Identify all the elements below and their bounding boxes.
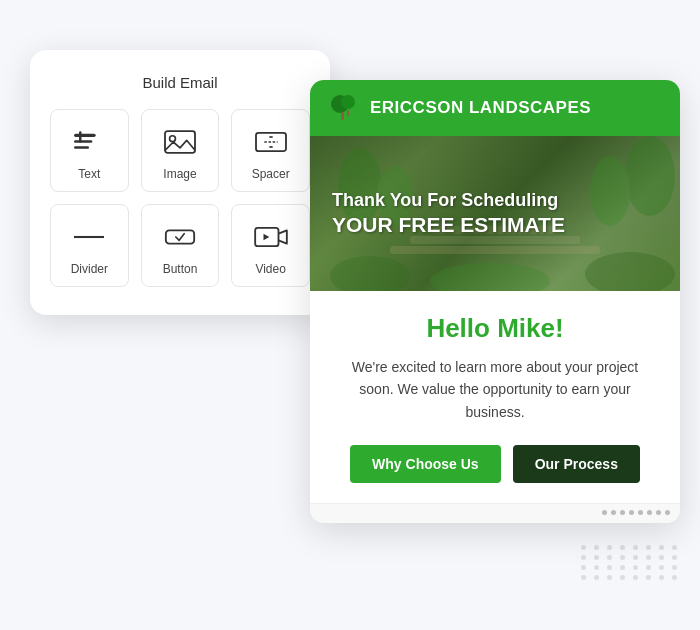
dec-dot (607, 545, 612, 550)
dec-dot (607, 565, 612, 570)
builder-item-video[interactable]: Video (231, 204, 310, 287)
builder-item-text[interactable]: Text (50, 109, 129, 192)
hero-text: Thank You For Scheduling YOUR FREE ESTIM… (310, 136, 680, 291)
image-label: Image (163, 167, 196, 181)
email-header: ERICCSON LANDSCAPES (310, 80, 680, 136)
dec-dot (672, 575, 677, 580)
email-greeting: Hello Mike! (338, 313, 652, 344)
dec-dot (581, 565, 586, 570)
svg-rect-11 (166, 230, 194, 243)
dec-dot (659, 565, 664, 570)
video-label: Video (255, 262, 285, 276)
email-body: Hello Mike! We're excited to learn more … (310, 291, 680, 503)
builder-item-button[interactable]: Button (141, 204, 220, 287)
email-preview-card: ERICCSON LANDSCAPES (310, 80, 680, 523)
button-label: Button (163, 262, 198, 276)
dots-decoration (581, 545, 680, 580)
svg-rect-17 (347, 110, 349, 116)
svg-rect-1 (74, 140, 92, 143)
svg-rect-0 (74, 134, 96, 137)
svg-point-5 (170, 136, 176, 142)
our-process-button[interactable]: Our Process (513, 445, 640, 483)
scene: Build Email Text (10, 20, 690, 610)
company-name: ERICCSON LANDSCAPES (370, 98, 591, 118)
dec-dot (620, 565, 625, 570)
dec-dot (672, 545, 677, 550)
image-icon (158, 124, 202, 160)
dec-dot (646, 545, 651, 550)
dec-dot (581, 555, 586, 560)
card-footer-dots (310, 503, 680, 523)
dec-dot (594, 555, 599, 560)
divider-icon (67, 219, 111, 255)
dec-dot (594, 575, 599, 580)
builder-grid: Text Image (50, 109, 310, 287)
spacer-icon (249, 124, 293, 160)
dec-dot (672, 555, 677, 560)
builder-item-divider[interactable]: Divider (50, 204, 129, 287)
video-icon (249, 219, 293, 255)
builder-title: Build Email (50, 74, 310, 91)
tree-icon (328, 92, 360, 124)
builder-card: Build Email Text (30, 50, 330, 315)
button-icon (158, 219, 202, 255)
hero-line2: YOUR FREE ESTIMATE (332, 212, 565, 237)
dec-dot (659, 555, 664, 560)
dec-dot (633, 575, 638, 580)
hero-line1: Thank You For Scheduling (332, 190, 558, 212)
divider-label: Divider (71, 262, 108, 276)
dec-dot (659, 545, 664, 550)
dec-dot (607, 555, 612, 560)
dec-dot (646, 575, 651, 580)
svg-rect-4 (165, 131, 195, 153)
dec-dot (633, 545, 638, 550)
why-choose-us-button[interactable]: Why Choose Us (350, 445, 501, 483)
dec-dot (633, 555, 638, 560)
svg-rect-2 (74, 146, 89, 149)
svg-marker-13 (263, 234, 269, 241)
dec-dot (620, 555, 625, 560)
dec-dot (594, 565, 599, 570)
text-icon (67, 124, 111, 160)
svg-rect-3 (79, 131, 82, 143)
builder-item-image[interactable]: Image (141, 109, 220, 192)
svg-point-15 (341, 95, 355, 109)
dec-dot (607, 575, 612, 580)
dot-5 (638, 510, 643, 515)
email-body-text: We're excited to learn more about your p… (338, 356, 652, 423)
email-hero: Thank You For Scheduling YOUR FREE ESTIM… (310, 136, 680, 291)
dec-dot (659, 575, 664, 580)
dec-dot (581, 575, 586, 580)
dec-dot (620, 545, 625, 550)
svg-rect-16 (341, 112, 344, 120)
text-label: Text (78, 167, 100, 181)
dec-dot (633, 565, 638, 570)
dot-6 (647, 510, 652, 515)
dec-dot (646, 555, 651, 560)
dec-dot (646, 565, 651, 570)
dot-1 (602, 510, 607, 515)
dec-dot (581, 545, 586, 550)
dec-dot (594, 545, 599, 550)
dot-7 (656, 510, 661, 515)
dot-3 (620, 510, 625, 515)
dec-dot (672, 565, 677, 570)
dot-4 (629, 510, 634, 515)
dot-8 (665, 510, 670, 515)
email-buttons: Why Choose Us Our Process (338, 445, 652, 483)
dot-2 (611, 510, 616, 515)
builder-item-spacer[interactable]: Spacer (231, 109, 310, 192)
dec-dot (620, 575, 625, 580)
spacer-label: Spacer (252, 167, 290, 181)
